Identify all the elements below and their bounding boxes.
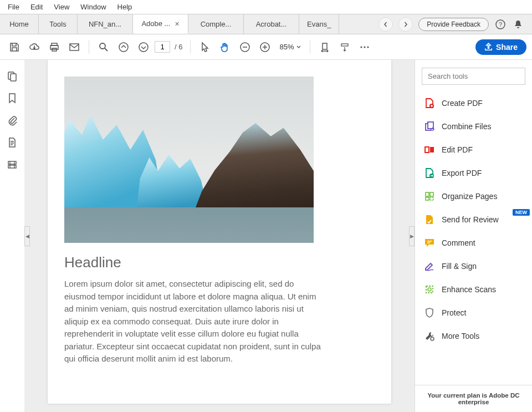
tool-item[interactable]: Edit PDF [415, 138, 532, 161]
menu-file[interactable]: File [2, 1, 25, 13]
comment-icon [424, 237, 435, 248]
tab-home[interactable]: Home [0, 14, 39, 34]
thumbnails-icon[interactable] [6, 70, 18, 82]
send-review-icon [424, 214, 435, 225]
collapse-left-handle[interactable]: ◀ [24, 226, 30, 246]
nav-next-button[interactable] [398, 17, 413, 32]
menu-window[interactable]: Window [75, 1, 111, 13]
page-down-icon[interactable] [135, 38, 152, 56]
tool-item-label: Export PDF [442, 169, 482, 177]
zoom-out-icon[interactable] [236, 38, 254, 56]
search-icon[interactable] [95, 38, 112, 56]
edit-pdf-icon [424, 144, 435, 155]
page-number-input[interactable] [155, 41, 170, 53]
tool-item[interactable]: Comment [415, 231, 532, 255]
print-icon[interactable] [45, 38, 63, 56]
left-rail [0, 60, 24, 412]
tab-document[interactable]: Adobe ... × [133, 14, 188, 34]
plan-info: Your current plan is Adobe DC enterprise [415, 385, 532, 412]
enhance-scans-icon [424, 284, 435, 295]
search-tools-field[interactable] [422, 68, 525, 85]
menu-edit[interactable]: Edit [25, 1, 48, 13]
feedback-button[interactable]: Provide Feedback [418, 18, 489, 31]
more-tools-icon [424, 330, 435, 342]
more-icon[interactable] [356, 38, 374, 56]
svg-rect-3 [50, 45, 58, 49]
save-icon[interactable] [6, 38, 23, 56]
menu-bar: File Edit View Window Help [0, 0, 532, 14]
tab-document[interactable]: NFN_an... [78, 14, 133, 34]
combine-files-icon [424, 121, 435, 132]
tool-item-label: Combine Files [442, 122, 491, 131]
tool-item[interactable]: More Tools [415, 324, 532, 348]
bookmark-icon[interactable] [6, 92, 18, 104]
svg-rect-28 [426, 197, 429, 200]
nav-prev-button[interactable] [378, 17, 393, 32]
main: ◀ Headline Lorem ipsum dolor sit amet, c… [0, 60, 532, 412]
svg-point-13 [360, 46, 362, 48]
attachment-icon[interactable] [6, 114, 18, 126]
page-up-icon[interactable] [115, 38, 132, 56]
svg-rect-17 [11, 74, 16, 81]
mail-icon[interactable] [65, 38, 83, 56]
tool-item-label: Fill & Sign [442, 262, 477, 271]
svg-rect-24 [430, 147, 434, 152]
tabbar-right: Provide Feedback ? [371, 14, 532, 34]
new-badge: NEW [513, 209, 530, 216]
document-icon[interactable] [6, 136, 18, 149]
svg-rect-29 [430, 197, 433, 200]
scroll-mode-icon[interactable] [336, 38, 354, 56]
tab-document[interactable]: Acrobat... [244, 14, 299, 34]
tool-item-label: Edit PDF [442, 145, 473, 154]
chevron-down-icon [296, 45, 301, 49]
tool-item-label: Organize Pages [442, 192, 497, 201]
svg-rect-19 [8, 165, 16, 168]
svg-rect-27 [430, 192, 433, 196]
svg-rect-23 [425, 147, 429, 152]
tool-item[interactable]: Send for ReviewNEW [415, 208, 532, 231]
tab-tools[interactable]: Tools [39, 14, 78, 34]
fit-width-icon[interactable] [316, 38, 334, 56]
tab-document[interactable]: Evans_ [299, 14, 339, 34]
svg-rect-18 [8, 161, 16, 164]
menu-view[interactable]: View [48, 1, 75, 13]
close-icon[interactable]: × [175, 19, 179, 28]
page-body: Lorem ipsum dolor sit amet, consectetur … [64, 278, 325, 365]
svg-point-6 [100, 43, 105, 49]
layers-icon[interactable] [6, 159, 18, 171]
svg-point-14 [364, 46, 365, 48]
help-icon[interactable]: ? [494, 18, 507, 30]
tool-item[interactable]: Protect [415, 301, 532, 324]
document-pane[interactable]: ◀ Headline Lorem ipsum dolor sit amet, c… [24, 60, 415, 412]
menu-help[interactable]: Help [112, 1, 138, 13]
svg-text:?: ? [499, 21, 502, 28]
tool-item[interactable]: Enhance Scans [415, 278, 532, 301]
tab-document[interactable]: Comple... [188, 14, 244, 34]
tool-item[interactable]: Fill & Sign [415, 255, 532, 278]
tab-label: Adobe ... [141, 19, 170, 28]
svg-rect-11 [323, 43, 327, 49]
pointer-icon[interactable] [196, 38, 214, 56]
tool-item-label: Send for Review [442, 215, 499, 224]
svg-rect-12 [341, 44, 348, 46]
cloud-icon[interactable] [25, 38, 43, 56]
svg-rect-30 [426, 286, 433, 293]
tools-panel: Create PDFCombine FilesEdit PDFExport PD… [415, 60, 532, 412]
collapse-right-handle[interactable]: ▶ [409, 226, 415, 246]
hand-icon[interactable] [216, 38, 234, 56]
tab-bar: Home Tools NFN_an... Adobe ... × Comple.… [0, 14, 532, 34]
zoom-dropdown[interactable]: 85% [276, 43, 304, 51]
tool-item[interactable]: Create PDF [415, 91, 532, 115]
bell-icon[interactable] [512, 18, 524, 30]
tool-item[interactable]: Organize Pages [415, 185, 532, 208]
svg-rect-26 [426, 192, 429, 196]
search-tools-input[interactable] [428, 72, 519, 80]
tool-item[interactable]: Combine Files [415, 115, 532, 138]
tool-item[interactable]: Export PDF [415, 161, 532, 185]
share-button[interactable]: Share [475, 39, 526, 55]
tool-item-label: Comment [442, 238, 475, 247]
toolbar: / 6 85% Share [0, 34, 532, 60]
zoom-in-icon[interactable] [256, 38, 274, 56]
page: Headline Lorem ipsum dolor sit amet, con… [48, 60, 391, 404]
svg-point-8 [139, 43, 148, 52]
